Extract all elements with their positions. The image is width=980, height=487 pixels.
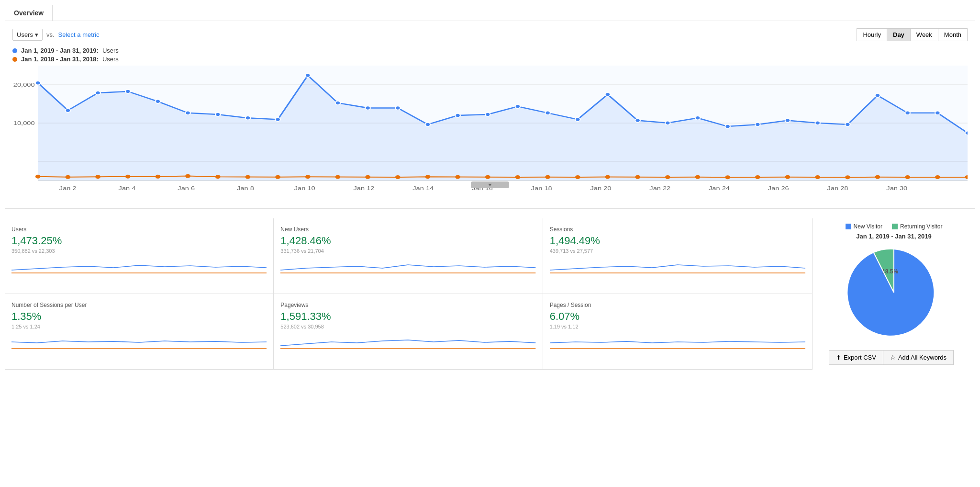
svg-point-48 — [755, 123, 760, 126]
stat-label-sessions: Sessions — [550, 226, 805, 233]
svg-point-76 — [635, 175, 640, 179]
svg-point-64 — [275, 175, 280, 179]
pie-container: 18.5% — [846, 245, 942, 340]
pie-legend-label-new: New Visitor — [854, 223, 882, 230]
overview-tab[interactable]: Overview — [5, 5, 53, 21]
bottom-bar: ⬆ Export CSV ☆ Add All Keywords — [829, 350, 954, 365]
svg-point-40 — [515, 104, 521, 108]
chart-section: Users ▾ vs. Select a metric Hourly Day W… — [5, 21, 975, 209]
export-csv-label: Export CSV — [844, 354, 876, 361]
svg-point-38 — [455, 113, 460, 117]
svg-point-67 — [365, 175, 370, 179]
pie-date-range: Jan 1, 2019 - Jan 31, 2019 — [856, 233, 932, 240]
time-buttons: Hourly Day Week Month — [857, 28, 968, 41]
time-btn-hourly[interactable]: Hourly — [857, 28, 887, 41]
vs-label: vs. — [46, 31, 55, 38]
svg-point-83 — [845, 175, 850, 179]
svg-point-27 — [125, 90, 131, 93]
svg-text:Jan 28: Jan 28 — [827, 185, 848, 192]
svg-text:Jan 20: Jan 20 — [590, 185, 612, 192]
svg-point-70 — [455, 175, 460, 179]
page-wrapper: Overview Users ▾ vs. Select a metric Hou… — [0, 0, 980, 370]
stat-compare-sessions-per-user: 1.25 vs 1.24 — [11, 324, 267, 329]
stat-value-sessions-per-user: 1.35% — [11, 310, 267, 323]
mini-chart-sessions-per-user — [11, 332, 267, 349]
time-btn-month[interactable]: Month — [938, 28, 968, 41]
svg-point-51 — [845, 123, 850, 126]
svg-point-81 — [785, 175, 791, 179]
export-csv-button[interactable]: ⬆ Export CSV — [829, 350, 883, 365]
svg-point-32 — [275, 117, 280, 121]
svg-text:Jan 24: Jan 24 — [709, 185, 730, 192]
svg-point-53 — [905, 111, 910, 115]
pie-legend: New Visitor Returning Visitor — [846, 223, 943, 230]
stat-card-users: Users 1,473.25% 350,882 vs 22,303 — [5, 218, 274, 294]
stat-compare-pageviews: 523,602 vs 30,958 — [280, 324, 535, 329]
svg-point-25 — [66, 109, 71, 113]
svg-point-37 — [425, 123, 431, 126]
svg-point-29 — [185, 111, 190, 115]
metric-dropdown[interactable]: Users ▾ — [12, 29, 43, 41]
chart-controls: Users ▾ vs. Select a metric Hourly Day W… — [12, 28, 968, 41]
svg-text:Jan 2: Jan 2 — [59, 185, 77, 192]
stat-label-sessions-per-user: Number of Sessions per User — [11, 302, 267, 308]
stat-card-pageviews: Pageviews 1,591.33% 523,602 vs 30,958 — [274, 294, 543, 370]
export-icon: ⬆ — [836, 354, 841, 361]
legend-date-2019: Jan 1, 2019 - Jan 31, 2019: — [21, 47, 99, 54]
legend-item-2019: Jan 1, 2019 - Jan 31, 2019: Users — [12, 47, 968, 54]
add-all-keywords-button[interactable]: ☆ Add All Keywords — [883, 350, 954, 365]
svg-point-73 — [545, 175, 550, 179]
svg-point-28 — [156, 100, 161, 103]
mini-chart-users — [11, 257, 267, 273]
svg-text:▼: ▼ — [487, 182, 493, 187]
svg-point-58 — [95, 175, 100, 179]
svg-point-75 — [605, 175, 611, 179]
select-metric-link[interactable]: Select a metric — [58, 31, 100, 38]
stat-value-new-users: 1,428.46% — [280, 235, 535, 247]
svg-point-44 — [635, 119, 640, 123]
svg-point-41 — [545, 111, 550, 115]
svg-point-33 — [305, 73, 311, 77]
svg-point-55 — [965, 131, 968, 135]
mini-chart-new-users — [280, 257, 535, 273]
stat-label-pages-per-session: Pages / Session — [550, 302, 805, 308]
time-btn-day[interactable]: Day — [887, 28, 911, 41]
chart-legend: Jan 1, 2019 - Jan 31, 2019: Users Jan 1,… — [12, 47, 968, 63]
stat-value-users: 1,473.25% — [11, 235, 267, 247]
svg-point-84 — [875, 175, 880, 179]
stat-card-new-users: New Users 1,428.46% 331,736 vs 21,704 — [274, 218, 543, 294]
time-btn-week[interactable]: Week — [910, 28, 938, 41]
mini-chart-pages-per-session — [550, 332, 805, 349]
pie-legend-returning-visitor: Returning Visitor — [892, 223, 943, 230]
svg-point-45 — [665, 121, 670, 125]
svg-text:Jan 14: Jan 14 — [412, 185, 434, 192]
stats-grid: Users 1,473.25% 350,882 vs 22,303 New Us… — [5, 218, 813, 370]
svg-text:Jan 12: Jan 12 — [354, 185, 375, 192]
stat-card-sessions: Sessions 1,494.49% 439,713 vs 27,577 — [543, 218, 812, 294]
legend-item-2018: Jan 1, 2018 - Jan 31, 2018: Users — [12, 56, 968, 63]
pie-chart-svg: 18.5% — [846, 245, 942, 340]
stat-value-sessions: 1,494.49% — [550, 235, 805, 247]
svg-point-69 — [425, 175, 431, 179]
svg-text:Jan 4: Jan 4 — [119, 185, 136, 192]
svg-point-35 — [365, 106, 370, 110]
svg-point-80 — [755, 175, 760, 179]
stat-compare-users: 350,882 vs 22,303 — [11, 248, 267, 254]
metric-label: Users — [17, 31, 33, 38]
mini-chart-sessions — [550, 257, 805, 273]
stats-section: Users 1,473.25% 350,882 vs 22,303 New Us… — [5, 218, 975, 370]
svg-point-82 — [815, 175, 820, 179]
svg-point-30 — [215, 113, 221, 116]
stat-value-pageviews: 1,591.33% — [280, 310, 535, 323]
svg-text:Jan 10: Jan 10 — [294, 185, 315, 192]
svg-text:10,000: 10,000 — [13, 120, 35, 126]
stat-compare-pages-per-session: 1.19 vs 1.12 — [550, 324, 805, 329]
stat-label-new-users: New Users — [280, 226, 535, 233]
stat-card-pages-per-session: Pages / Session 6.07% 1.19 vs 1.12 — [543, 294, 812, 370]
star-icon: ☆ — [890, 354, 896, 361]
svg-point-78 — [695, 175, 701, 179]
svg-text:Jan 6: Jan 6 — [178, 185, 195, 192]
pie-section: New Visitor Returning Visitor Jan 1, 201… — [813, 218, 975, 370]
svg-point-56 — [35, 175, 41, 179]
svg-point-36 — [395, 106, 401, 110]
